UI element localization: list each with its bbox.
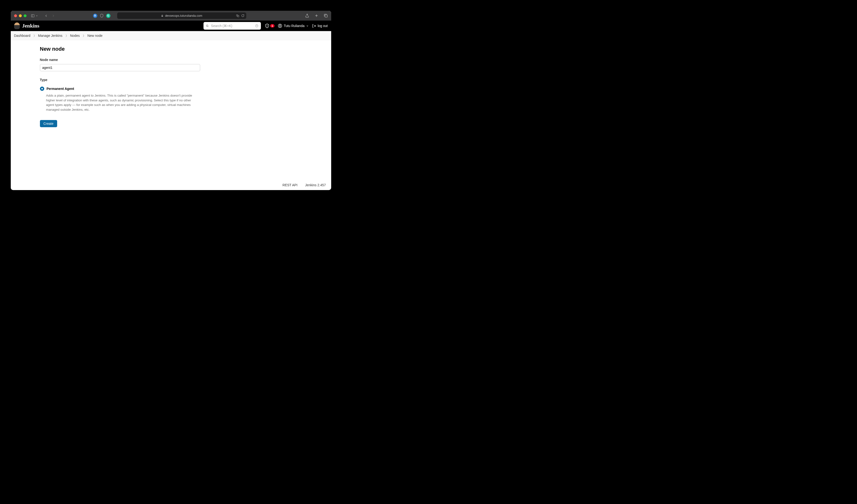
svg-point-16 bbox=[280, 25, 281, 26]
browser-toolbar: B G devsecops.tuturulianda.com bbox=[11, 11, 331, 20]
translate-icon[interactable] bbox=[236, 14, 239, 17]
search-input[interactable] bbox=[211, 24, 253, 28]
radio-selected-icon bbox=[40, 86, 44, 91]
breadcrumb-current: New node bbox=[87, 34, 102, 37]
chevron-down-icon bbox=[36, 15, 38, 17]
node-name-input[interactable] bbox=[40, 64, 200, 71]
browser-right-controls bbox=[305, 14, 328, 18]
privacy-shield-icon[interactable] bbox=[100, 14, 104, 18]
help-icon[interactable] bbox=[255, 24, 258, 28]
create-button[interactable]: Create bbox=[40, 120, 57, 127]
footer: REST API Jenkins 2.457 bbox=[11, 180, 331, 190]
app-name: Jenkins bbox=[22, 23, 39, 29]
sidebar-icon bbox=[31, 14, 35, 18]
alert-indicator[interactable]: 1 bbox=[265, 23, 274, 28]
user-name: Tutu Rulianda bbox=[284, 24, 305, 28]
page-title: New node bbox=[40, 46, 331, 52]
forward-button[interactable] bbox=[51, 14, 55, 18]
url-text: devsecops.tuturulianda.com bbox=[165, 14, 202, 17]
svg-rect-8 bbox=[325, 15, 327, 17]
chevron-down-icon bbox=[306, 24, 309, 27]
breadcrumb-nodes[interactable]: Nodes bbox=[70, 34, 80, 37]
user-menu[interactable]: Tutu Rulianda bbox=[278, 24, 309, 28]
radio-description: Adds a plain, permanent agent to Jenkins… bbox=[46, 93, 195, 112]
user-icon bbox=[278, 24, 282, 28]
browser-window: B G devsecops.tuturulianda.com Jenkins bbox=[11, 11, 331, 190]
header-right: 1 Tutu Rulianda log out bbox=[265, 23, 328, 28]
search-icon bbox=[206, 24, 209, 28]
share-icon[interactable] bbox=[305, 14, 309, 18]
grammarly-icon[interactable]: G bbox=[106, 14, 111, 18]
traffic-lights bbox=[14, 14, 27, 17]
tabs-icon[interactable] bbox=[324, 14, 328, 18]
svg-rect-2 bbox=[162, 16, 163, 17]
logout-link[interactable]: log out bbox=[312, 24, 327, 28]
type-radio-permanent-agent[interactable]: Permanent Agent bbox=[40, 86, 331, 91]
chevron-right-icon: ❯ bbox=[83, 34, 84, 37]
maximize-window-button[interactable] bbox=[24, 14, 27, 17]
svg-point-9 bbox=[206, 25, 208, 27]
chevron-right-icon: ❯ bbox=[33, 34, 35, 37]
extension-icons: B G bbox=[93, 14, 111, 18]
minimize-window-button[interactable] bbox=[19, 14, 22, 17]
jenkins-logo-link[interactable]: Jenkins bbox=[14, 22, 39, 29]
node-name-label: Node name bbox=[40, 58, 331, 62]
version-label: Jenkins 2.457 bbox=[305, 183, 326, 187]
close-window-button[interactable] bbox=[14, 14, 17, 17]
radio-label: Permanent Agent bbox=[47, 87, 74, 90]
svg-point-12 bbox=[257, 27, 257, 27]
jenkins-header: Jenkins 1 Tutu Rulianda log out bbox=[11, 20, 331, 31]
svg-line-10 bbox=[208, 26, 208, 27]
main-content: New node Node name Type Permanent Agent … bbox=[11, 40, 331, 180]
breadcrumb-dashboard[interactable]: Dashboard bbox=[14, 34, 31, 37]
logout-icon bbox=[312, 24, 316, 28]
jenkins-logo-icon bbox=[14, 22, 20, 29]
alert-count: 1 bbox=[270, 24, 274, 28]
reload-icon[interactable] bbox=[241, 14, 245, 17]
breadcrumb: Dashboard ❯ Manage Jenkins ❯ Nodes ❯ New… bbox=[11, 31, 331, 40]
extension-icon[interactable]: B bbox=[93, 14, 97, 18]
rest-api-link[interactable]: REST API bbox=[282, 183, 298, 187]
address-bar[interactable]: devsecops.tuturulianda.com bbox=[117, 13, 246, 19]
alert-shield-icon bbox=[265, 23, 269, 28]
lock-icon bbox=[161, 14, 164, 17]
new-tab-icon[interactable] bbox=[315, 14, 319, 18]
search-box[interactable] bbox=[203, 22, 261, 30]
svg-rect-0 bbox=[31, 14, 34, 17]
logout-label: log out bbox=[318, 24, 327, 28]
back-button[interactable] bbox=[44, 14, 48, 18]
chevron-right-icon: ❯ bbox=[65, 34, 67, 37]
type-label: Type bbox=[40, 78, 331, 82]
nav-arrows bbox=[44, 14, 55, 18]
sidebar-toggle[interactable] bbox=[31, 14, 38, 18]
breadcrumb-manage-jenkins[interactable]: Manage Jenkins bbox=[38, 34, 63, 37]
